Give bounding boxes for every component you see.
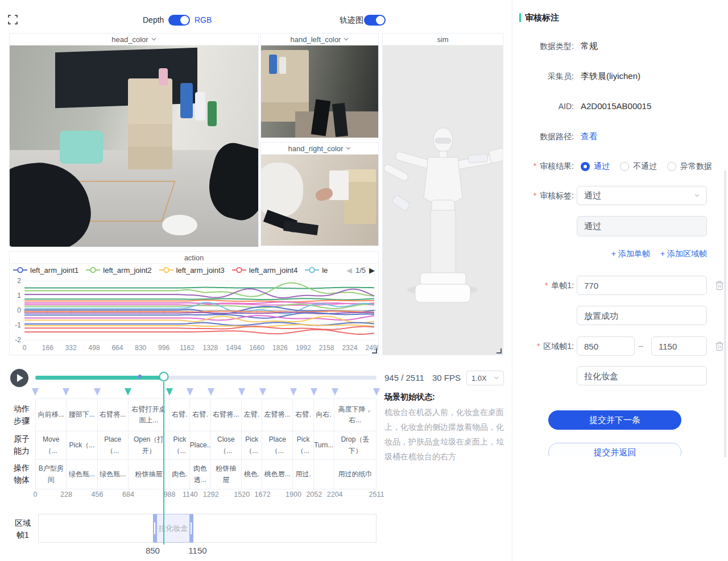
step-cell[interactable]: 向前移... (36, 399, 67, 431)
hand-right-camera-header[interactable]: hand_right_color (261, 143, 378, 155)
step-cell[interactable]: 绿色瓶... (67, 460, 97, 489)
playback-slider[interactable] (35, 376, 377, 380)
step-marker-active[interactable] (125, 388, 131, 396)
step-cell[interactable]: 右臂将... (211, 399, 242, 431)
step-marker[interactable] (208, 388, 214, 396)
delete-single-frame-icon[interactable] (715, 280, 724, 290)
panel-scrollbar[interactable] (724, 171, 726, 458)
step-cell[interactable]: 右臂. (169, 399, 190, 431)
step-cell[interactable]: 桃色唇... (262, 460, 293, 489)
head-camera-image[interactable] (10, 45, 258, 247)
chart-series-line (24, 298, 374, 300)
step-marker[interactable] (290, 388, 297, 396)
single-frame-input[interactable] (577, 276, 707, 295)
resize-handle-icon[interactable] (497, 348, 502, 354)
step-cell[interactable]: Move（... (36, 431, 67, 459)
step-marker-active[interactable] (166, 388, 173, 396)
depth-rgb-toggle[interactable] (168, 15, 190, 26)
hand-left-camera-header[interactable]: hand_left_color (261, 34, 378, 45)
radio-fail[interactable] (620, 162, 629, 171)
radio-pass-label[interactable]: 通过 (594, 161, 610, 172)
radio-abnormal[interactable] (667, 162, 676, 171)
resize-handle-icon[interactable] (372, 348, 377, 354)
submit-back-button[interactable]: 提交并返回 (548, 443, 681, 456)
legend-item[interactable]: left_arm_joint4 (232, 266, 297, 275)
legend-item[interactable]: left_arm_joint3 (159, 266, 225, 275)
step-cell[interactable]: Pick（... (67, 431, 97, 459)
region-end-input[interactable] (651, 336, 707, 356)
step-cell[interactable]: B户型房间 (36, 460, 67, 489)
step-cell[interactable] (314, 460, 334, 489)
step-cell[interactable]: 粉饼抽屉 (211, 460, 242, 489)
step-cell[interactable]: Drop（丢下） (334, 431, 376, 459)
step-marker[interactable] (63, 388, 69, 396)
region-frame-desc-textarea[interactable] (577, 366, 707, 385)
single-frame-dot[interactable] (138, 375, 142, 378)
slider-handle[interactable] (159, 372, 168, 381)
step-marker[interactable] (32, 388, 39, 396)
delete-region-frame-icon[interactable] (715, 341, 724, 351)
frame-axis-tick: 2204 (327, 491, 343, 498)
legend-item[interactable]: le (305, 266, 328, 275)
step-cell[interactable]: Pick（... (242, 431, 262, 459)
step-cell[interactable]: 肉色. (169, 460, 190, 489)
step-cell[interactable]: 腰部下... (67, 399, 97, 431)
step-cell[interactable]: 用过的纸巾 (334, 460, 376, 489)
step-cell[interactable]: Turn... (314, 431, 334, 459)
step-marker[interactable] (311, 388, 317, 396)
step-marker[interactable] (187, 388, 193, 396)
single-frame-desc-textarea[interactable] (577, 306, 707, 325)
step-cell[interactable]: 桃色. (242, 460, 262, 489)
step-cell[interactable]: Close（... (211, 431, 242, 459)
step-cell[interactable]: 左臂将... (262, 399, 293, 431)
hand-right-camera-image[interactable] (261, 155, 378, 246)
segment-right-handle[interactable] (189, 514, 193, 542)
playback-speed-select[interactable]: 1.0X (466, 371, 504, 385)
review-tag-textarea[interactable] (577, 216, 707, 236)
legend-page: 1/5 (355, 266, 366, 275)
step-marker[interactable] (373, 388, 380, 396)
step-cell[interactable]: Pick（... (293, 431, 313, 459)
region-track-bar[interactable]: 拉化妆盒 (38, 514, 377, 543)
legend-item[interactable]: left_arm_joint2 (86, 266, 151, 275)
step-marker[interactable] (94, 388, 101, 396)
radio-fail-label[interactable]: 不通过 (633, 161, 657, 172)
legend-prev-icon[interactable]: ◀ (346, 266, 352, 275)
step-cell[interactable]: 左臂. (242, 399, 262, 431)
step-cell[interactable]: 肉色透... (190, 460, 210, 489)
step-marker[interactable] (238, 388, 245, 396)
add-single-frame-link[interactable]: + 添加单帧 (611, 249, 650, 259)
step-marker[interactable] (332, 388, 338, 396)
step-cell[interactable]: 向右. (314, 399, 334, 431)
radio-abnormal-label[interactable]: 异常数据 (680, 161, 712, 172)
step-cell[interactable]: 右臂. (293, 399, 313, 431)
step-cell[interactable]: Place（... (98, 431, 129, 459)
step-cell[interactable]: 绿色瓶... (98, 460, 129, 489)
play-button[interactable] (10, 369, 28, 387)
add-region-frame-link[interactable]: + 添加区域帧 (660, 249, 707, 259)
segment-left-handle[interactable] (153, 514, 157, 542)
step-cell[interactable]: Place（... (262, 431, 293, 459)
submit-next-button[interactable]: 提交并下一条 (548, 410, 681, 430)
fullscreen-icon[interactable] (8, 15, 18, 24)
region-segment[interactable]: 拉化妆盒 (153, 514, 193, 543)
step-cell[interactable]: 右臂将... (98, 399, 129, 431)
trajectory-toggle[interactable] (364, 15, 386, 26)
step-cell[interactable]: Place.. (190, 431, 210, 459)
head-camera-header[interactable]: head_color (10, 34, 258, 45)
chart-series-line (24, 317, 374, 323)
sim-viewport[interactable] (383, 45, 503, 355)
legend-item[interactable]: left_arm_joint1 (13, 266, 78, 275)
view-link[interactable]: 查看 (581, 131, 598, 142)
hand-left-camera-image[interactable] (261, 45, 378, 138)
frame-axis-tick: 684 (122, 491, 134, 498)
review-tag-select[interactable]: 通过 (577, 186, 707, 205)
step-cell[interactable]: Pick（... (169, 431, 190, 459)
step-marker[interactable] (259, 388, 266, 396)
region-start-input[interactable] (577, 336, 635, 356)
radio-pass[interactable] (581, 162, 590, 171)
step-cell[interactable]: 高度下降，右... (334, 399, 376, 431)
step-cell[interactable]: 右臂. (190, 399, 210, 431)
step-cell[interactable]: 用过. (293, 460, 313, 489)
legend-next-icon[interactable]: ▶ (369, 266, 375, 275)
